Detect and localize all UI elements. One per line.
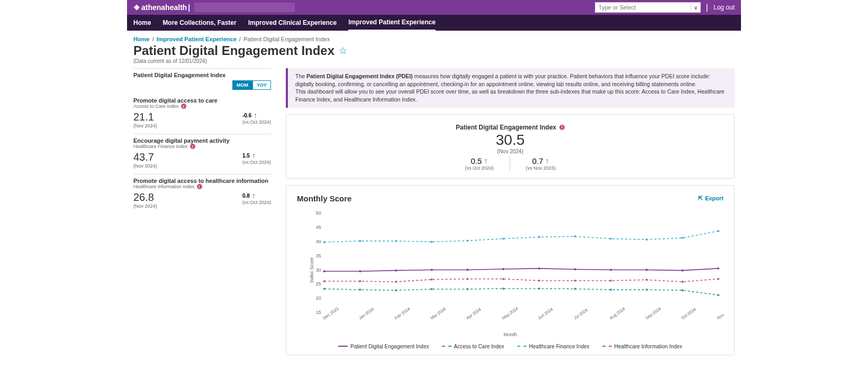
svg-text:Sep 2024: Sep 2024 bbox=[645, 306, 662, 320]
top-search-input[interactable] bbox=[194, 3, 295, 12]
info-icon[interactable]: i bbox=[190, 144, 195, 149]
svg-point-18 bbox=[681, 269, 683, 271]
svg-point-49 bbox=[502, 278, 504, 280]
nav-home[interactable]: Home bbox=[133, 15, 151, 30]
arrow-up-icon: ↑ bbox=[252, 191, 256, 200]
logout-link[interactable]: Log out bbox=[713, 4, 735, 11]
svg-point-44 bbox=[323, 280, 326, 282]
svg-point-19 bbox=[717, 267, 719, 270]
page-title: Patient Digital Engagement Index bbox=[133, 43, 334, 58]
svg-text:Feb 2024: Feb 2024 bbox=[394, 306, 411, 320]
svg-text:20: 20 bbox=[316, 295, 321, 301]
chart-plot: 1520253035404550Dec 2023Jan 2024Feb 2024… bbox=[311, 209, 724, 331]
svg-point-14 bbox=[538, 267, 540, 270]
info-icon[interactable]: i bbox=[181, 104, 186, 109]
svg-point-48 bbox=[466, 278, 468, 280]
svg-point-15 bbox=[574, 268, 576, 270]
favorite-star-icon[interactable]: ☆ bbox=[339, 45, 347, 57]
svg-text:May 2024: May 2024 bbox=[501, 306, 519, 321]
breadcrumb-parent[interactable]: Improved Patient Experience bbox=[157, 36, 237, 42]
type-select[interactable]: ∨ bbox=[595, 2, 701, 13]
svg-point-20 bbox=[323, 288, 326, 290]
svg-point-36 bbox=[466, 239, 468, 242]
svg-point-29 bbox=[646, 289, 648, 291]
chart-card: Monthly Score ⇱ Export Index Score 15202… bbox=[286, 185, 735, 355]
svg-point-41 bbox=[646, 238, 648, 240]
svg-point-31 bbox=[717, 294, 719, 296]
svg-point-39 bbox=[574, 235, 576, 237]
logo[interactable]: ❖ athenahealth | bbox=[133, 3, 190, 12]
chevron-down-icon[interactable]: ∨ bbox=[691, 5, 700, 11]
breadcrumb: Home / Improved Patient Experience / Pat… bbox=[127, 31, 741, 43]
svg-text:15: 15 bbox=[316, 310, 321, 315]
svg-point-17 bbox=[646, 269, 648, 271]
metric-block[interactable]: Promote digital access to care Access to… bbox=[133, 94, 271, 134]
svg-text:40: 40 bbox=[316, 239, 321, 244]
svg-point-35 bbox=[431, 240, 433, 243]
sidebar: Patient Digital Engagement Index MOM YOY… bbox=[133, 68, 271, 355]
y-axis-label: Index Score bbox=[309, 257, 314, 283]
svg-text:35: 35 bbox=[316, 253, 321, 258]
svg-point-40 bbox=[610, 237, 612, 239]
svg-point-37 bbox=[502, 237, 504, 239]
svg-text:30: 30 bbox=[316, 267, 321, 272]
svg-point-54 bbox=[681, 281, 683, 283]
svg-point-43 bbox=[717, 230, 719, 232]
svg-point-51 bbox=[574, 280, 576, 282]
sidebar-title: Patient Digital Engagement Index bbox=[133, 72, 271, 78]
export-icon: ⇱ bbox=[698, 195, 703, 202]
svg-point-52 bbox=[610, 280, 612, 282]
svg-point-11 bbox=[431, 269, 433, 271]
svg-point-28 bbox=[610, 289, 612, 291]
x-axis-label: Month bbox=[297, 332, 724, 337]
svg-text:Jun 2024: Jun 2024 bbox=[537, 307, 554, 320]
svg-point-24 bbox=[466, 288, 468, 290]
svg-text:Jul 2024: Jul 2024 bbox=[573, 307, 589, 320]
svg-point-22 bbox=[395, 289, 397, 291]
svg-point-16 bbox=[610, 269, 612, 271]
svg-point-53 bbox=[646, 279, 648, 281]
svg-point-10 bbox=[395, 269, 397, 271]
svg-point-25 bbox=[502, 288, 504, 290]
legend-item[interactable]: Healthcare Information Index bbox=[602, 344, 682, 349]
kpi-value: 30.5 bbox=[294, 132, 727, 149]
svg-point-42 bbox=[681, 237, 683, 239]
metric-block[interactable]: Encourage digital payment activity Healt… bbox=[133, 134, 271, 174]
mom-yoy-toggle: MOM YOY bbox=[133, 80, 271, 90]
data-as-of: (Data current as of 12/01/2024) bbox=[127, 58, 741, 68]
export-button[interactable]: ⇱ Export bbox=[698, 195, 724, 202]
nav-collections[interactable]: More Collections, Faster bbox=[162, 15, 236, 30]
nav-clinical[interactable]: Improved Clinical Experience bbox=[248, 15, 337, 30]
legend-item[interactable]: Healthcare Finance Index bbox=[517, 344, 590, 349]
type-select-input[interactable] bbox=[595, 4, 691, 11]
svg-text:45: 45 bbox=[316, 225, 321, 230]
arrow-up-icon: ↑ bbox=[252, 151, 256, 160]
svg-text:Oct 2024: Oct 2024 bbox=[680, 307, 697, 320]
breadcrumb-current: Patient Digital Engagement Index bbox=[243, 36, 330, 42]
nav-patient-exp[interactable]: Improved Patient Experience bbox=[348, 15, 436, 31]
info-banner: The Patient Digital Engagement Index (PD… bbox=[286, 68, 735, 108]
svg-point-8 bbox=[323, 270, 326, 272]
svg-point-9 bbox=[359, 270, 361, 272]
subnav: Home More Collections, Faster Improved C… bbox=[127, 15, 741, 31]
arrow-up-icon: ↑ bbox=[484, 156, 487, 165]
info-icon[interactable]: i bbox=[559, 125, 565, 130]
kpi-change-yoy: 0.7↑ (vs Nov 2023) bbox=[526, 156, 556, 171]
info-icon[interactable]: i bbox=[197, 184, 202, 189]
chart-title: Monthly Score bbox=[297, 194, 351, 203]
legend-item[interactable]: Access to Care Index bbox=[442, 344, 504, 349]
svg-point-32 bbox=[323, 241, 326, 243]
svg-text:Aug 2024: Aug 2024 bbox=[609, 306, 626, 320]
svg-text:Dec 2023: Dec 2023 bbox=[322, 306, 340, 320]
metric-block[interactable]: Promote digital access to healthcare inf… bbox=[133, 174, 271, 214]
arrow-up-icon: ↑ bbox=[545, 156, 549, 165]
svg-point-23 bbox=[431, 288, 433, 290]
svg-text:Jan 2024: Jan 2024 bbox=[358, 307, 375, 320]
toggle-mom[interactable]: MOM bbox=[232, 80, 252, 90]
svg-point-33 bbox=[359, 240, 361, 242]
breadcrumb-home[interactable]: Home bbox=[133, 36, 150, 42]
toggle-yoy[interactable]: YOY bbox=[252, 80, 271, 90]
svg-point-30 bbox=[681, 289, 683, 291]
legend-item[interactable]: Patient Digital Engagement Index bbox=[338, 344, 429, 349]
svg-text:50: 50 bbox=[316, 210, 321, 216]
